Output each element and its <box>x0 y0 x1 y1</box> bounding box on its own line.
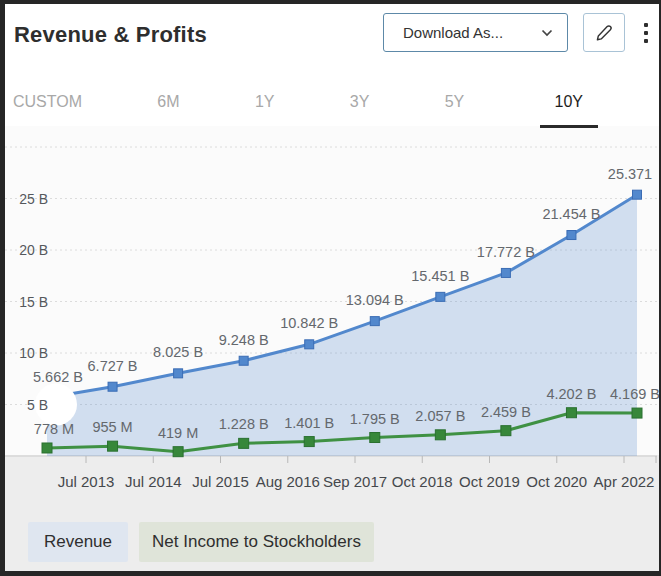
svg-text:778 M: 778 M <box>34 421 74 437</box>
tab-5y[interactable]: 5Y <box>445 84 465 128</box>
svg-text:17.772 B: 17.772 B <box>477 244 535 260</box>
kebab-dot <box>644 39 648 43</box>
svg-text:955 M: 955 M <box>92 419 132 435</box>
svg-text:21.454 B: 21.454 B <box>542 206 600 222</box>
svg-text:5 B: 5 B <box>27 397 48 413</box>
kebab-dot <box>644 23 648 27</box>
svg-text:8.025 B: 8.025 B <box>153 344 203 360</box>
svg-text:25 B: 25 B <box>19 191 48 207</box>
svg-text:Jul 2014: Jul 2014 <box>125 473 182 490</box>
pencil-icon <box>594 23 614 43</box>
time-range-tabs: CUSTOM 6M 1Y 3Y 5Y 10Y <box>13 84 598 130</box>
tab-10y[interactable]: 10Y <box>540 84 598 128</box>
svg-text:25.371: 25.371 <box>608 166 652 182</box>
tab-1y[interactable]: 1Y <box>255 84 275 128</box>
kebab-dot <box>644 31 648 35</box>
svg-text:Jul 2015: Jul 2015 <box>192 473 249 490</box>
svg-text:5.662 B: 5.662 B <box>33 369 83 385</box>
svg-text:1.401 B: 1.401 B <box>284 415 334 431</box>
chart-area[interactable]: Jul 2013Jul 2014Jul 2015Aug 2016Sep 2017… <box>5 130 661 510</box>
page-title: Revenue & Profits <box>14 22 207 48</box>
svg-text:Jul 2013: Jul 2013 <box>58 473 115 490</box>
tab-6m[interactable]: 6M <box>157 84 179 128</box>
kebab-menu-button[interactable] <box>635 13 657 52</box>
svg-text:Oct 2020: Oct 2020 <box>526 473 587 490</box>
download-as-label: Download As... <box>403 24 503 41</box>
svg-text:13.094 B: 13.094 B <box>346 292 404 308</box>
legend-net-income-button[interactable]: Net Income to Stockholders <box>139 522 374 562</box>
svg-text:2.459 B: 2.459 B <box>481 404 531 420</box>
edit-button[interactable] <box>583 13 625 52</box>
svg-text:Sep 2017: Sep 2017 <box>323 473 387 490</box>
svg-text:Apr 2022: Apr 2022 <box>594 473 655 490</box>
chart-legend: Revenue Net Income to Stockholders <box>28 522 374 562</box>
svg-text:2.057 B: 2.057 B <box>415 408 465 424</box>
tab-3y[interactable]: 3Y <box>350 84 370 128</box>
svg-text:9.248 B: 9.248 B <box>219 332 269 348</box>
svg-text:6.727 B: 6.727 B <box>88 358 138 374</box>
svg-text:10 B: 10 B <box>19 345 48 361</box>
svg-text:Oct 2018: Oct 2018 <box>392 473 453 490</box>
revenue-profits-chart: Jul 2013Jul 2014Jul 2015Aug 2016Sep 2017… <box>5 130 659 510</box>
revenue-profits-widget: Revenue & Profits Download As... CUSTOM … <box>0 0 661 576</box>
svg-text:20 B: 20 B <box>19 242 48 258</box>
svg-text:Aug 2016: Aug 2016 <box>256 473 320 490</box>
svg-text:15 B: 15 B <box>19 294 48 310</box>
svg-text:1.228 B: 1.228 B <box>219 416 269 432</box>
svg-text:419 M: 419 M <box>158 425 198 441</box>
legend-revenue-button[interactable]: Revenue <box>28 522 128 562</box>
chevron-down-icon <box>541 29 553 37</box>
tab-custom[interactable]: CUSTOM <box>13 84 82 128</box>
svg-text:Oct 2019: Oct 2019 <box>459 473 520 490</box>
svg-text:10.842 B: 10.842 B <box>280 315 338 331</box>
svg-text:1.795 B: 1.795 B <box>350 411 400 427</box>
svg-text:4.169 B: 4.169 B <box>610 386 659 402</box>
download-as-button[interactable]: Download As... <box>383 13 568 52</box>
svg-text:4.202 B: 4.202 B <box>546 386 596 402</box>
svg-text:15.451 B: 15.451 B <box>411 268 469 284</box>
